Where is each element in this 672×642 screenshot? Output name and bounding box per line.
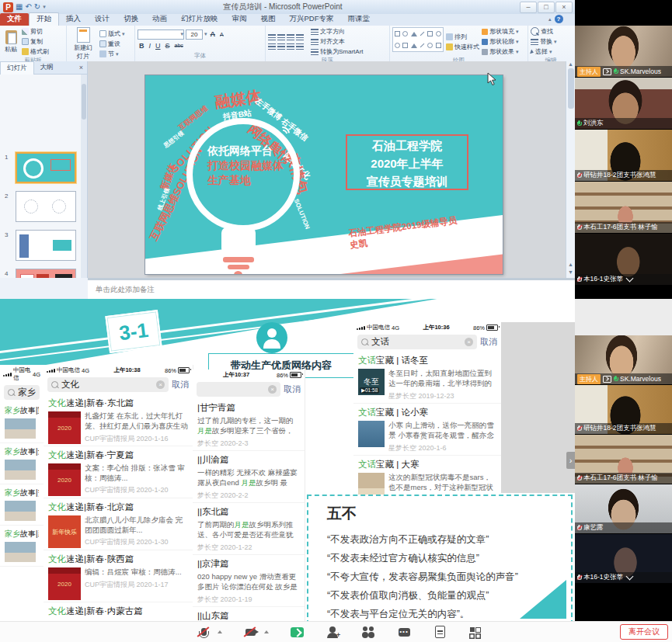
menu-tab[interactable]: 幻灯片放映 (174, 13, 225, 26)
arrange-button[interactable]: 排列 (446, 33, 479, 41)
shape-effects-button[interactable]: 形状效果▾ (482, 47, 519, 56)
search-result[interactable]: ||川渝篇 一样的精彩 无辣不欢 麻辣盛宴 露从夜白end 月是故乡明 最后，虽… (193, 451, 305, 503)
align-text-button[interactable]: 对齐文本 (311, 37, 364, 46)
select-button[interactable]: 选择▾ (531, 47, 557, 56)
cancel-button[interactable]: 取消 (480, 336, 497, 348)
participant-tile[interactable]: 本16-1史张莘 (575, 534, 672, 583)
menu-tab[interactable]: 审阅 (225, 13, 254, 26)
search-input[interactable]: 文化 (47, 377, 169, 392)
copy-button[interactable]: 复制 (22, 37, 49, 46)
ribbon-collapse-icon[interactable]: ▴ (548, 16, 552, 23)
participant-tile[interactable]: 研钻井18-2团支书张鸿慧 (575, 385, 672, 434)
panel-collapse-arrow[interactable]: › (566, 452, 575, 469)
new-slide-button[interactable]: 新建幻灯片 (69, 27, 97, 61)
add-participant-button[interactable] (325, 625, 340, 639)
minimize-button[interactable]: – (520, 2, 537, 13)
clear-search-icon[interactable] (156, 380, 165, 389)
layout-button[interactable] (468, 625, 483, 639)
paste-button[interactable]: 粘贴 (2, 27, 19, 56)
mic-options-icon[interactable] (218, 630, 222, 633)
shapes-gallery[interactable] (392, 27, 444, 52)
format-painter-button[interactable]: 格式刷 (22, 47, 49, 56)
search-input[interactable] (197, 382, 280, 397)
slide-editing-surface[interactable]: 融媒体抖音B站SOLUTION互联网思维思想引领网络舆情左手微博 右手微信网络文… (145, 75, 503, 274)
clear-search-icon[interactable] (268, 385, 277, 394)
section-button[interactable]: 节▾ (99, 50, 125, 58)
search-result[interactable]: 文化速递|新春·陕西篇 2020 编辑：吕煜宸 审核：周德涛... CUP宇宙情… (44, 550, 193, 602)
menu-tab[interactable]: 开始 (29, 12, 59, 26)
search-result[interactable]: 文话宝藏 | 话冬至 冬至▶01:58 冬至日时，太阳直射地面位置到达一年的最南… (353, 352, 501, 404)
scroll-up-icon[interactable]: ▲ (568, 61, 573, 67)
menu-tab[interactable]: 切换 (117, 13, 145, 26)
reset-button[interactable]: 重设 (99, 40, 125, 48)
search-result[interactable]: ||东北篇 了前两期的月是故乡明系列推送、各小可爱是否还有些意犹未尽，本期...… (193, 503, 305, 555)
previous-slide-icon[interactable]: ▲ (568, 262, 573, 267)
search-result[interactable]: 家乡故事|安 民 中 石 (0, 484, 44, 526)
search-input[interactable]: 文话 (357, 335, 477, 349)
panel-close-icon[interactable]: × (79, 64, 87, 71)
menu-tab[interactable]: 万兴PDF专家 (283, 13, 341, 26)
participant-tile[interactable]: 本石工17-6团支书 林子愉 (575, 182, 672, 233)
cancel-button[interactable]: 取消 (172, 379, 189, 390)
screen-share-button[interactable] (289, 625, 305, 639)
panel-scrollbar[interactable] (81, 75, 87, 278)
smartart-button[interactable]: 转换为SmartArt (311, 47, 364, 56)
indent-icon[interactable] (287, 34, 294, 40)
find-button[interactable]: 查找 (531, 27, 557, 36)
camera-muted-button[interactable] (242, 625, 258, 639)
quick-access-toolbar[interactable]: P ▦ ↶ ↻ ▾ (0, 2, 46, 12)
shape-outline-button[interactable]: 形状轮廓▾ (482, 37, 519, 46)
chevron-down-icon[interactable] (626, 275, 634, 283)
documents-button[interactable] (432, 625, 447, 639)
font-style-button[interactable]: I (148, 42, 153, 50)
shape-fill-button[interactable]: 形状填充▾ (482, 27, 519, 36)
redo-icon[interactable]: ↻ (34, 3, 40, 11)
participant-tile[interactable]: 本石工17-6团支书 林子愉 (575, 435, 672, 484)
menu-tab[interactable]: 动画 (145, 13, 174, 26)
search-result[interactable]: |甘宁青篇 过了前几期的专栏，这一期的月是故乡明迎来了三个省份，不知道这三个..… (193, 399, 305, 451)
participant-tile[interactable]: 主持人 SK.Marvelous (575, 26, 672, 77)
numbering-icon[interactable] (277, 34, 285, 40)
clear-search-icon[interactable] (465, 338, 473, 346)
participant-tile[interactable]: 主持人 SK.Marvelous (575, 335, 672, 384)
justify-icon[interactable] (296, 43, 304, 50)
search-result[interactable]: 文话宝藏 | 论小寒 小寒 向上滑动，送你一亮丽的雪景 小寒春赏百花冬观雪，醒亦… (353, 404, 501, 456)
undo-icon[interactable]: ↶ (25, 3, 31, 11)
next-slide-icon[interactable]: ▼ (568, 269, 573, 275)
shrink-font-icon[interactable]: A (218, 32, 225, 37)
search-result[interactable]: 家乡故事|辽 家 中 石 (0, 443, 44, 484)
line-spacing-icon[interactable] (296, 34, 304, 40)
search-result[interactable]: ||山东篇 至2019年9月，山东省辖16个地级市，共57个市辖区、27个县级市… (193, 607, 305, 621)
tab-slides[interactable]: 幻灯片 (0, 61, 34, 75)
font-style-button[interactable]: U (154, 42, 162, 50)
replace-button[interactable]: 替换▾ (531, 37, 557, 46)
tab-outline[interactable]: 大纲 (34, 61, 60, 74)
notes-pane[interactable]: 单击此处添加备注 (88, 278, 575, 299)
participants-button[interactable] (360, 625, 376, 639)
menu-tab[interactable]: 插入 (59, 13, 88, 26)
menu-tab[interactable]: 视图 (254, 13, 283, 26)
font-name-select[interactable]: ▾ (138, 29, 184, 40)
microphone-muted-button[interactable] (196, 625, 211, 639)
layout-button[interactable]: 版式▾ (99, 29, 125, 38)
save-icon[interactable]: ▦ (16, 3, 23, 11)
search-result[interactable]: 文化速递|新春·东北篇 2020 扎盏灯笼 在东北，过大年扎灯笼、挂红灯是人们最… (44, 394, 193, 446)
participant-tile[interactable]: 研钻井18-2团支书张鸿慧 (575, 130, 672, 181)
search-result[interactable]: 家乡故事|新 乐 东 石 (0, 526, 44, 567)
participant-tile[interactable]: 本16-1史张莘 (575, 234, 672, 285)
chat-button[interactable]: ••• (396, 625, 412, 639)
close-button[interactable]: × (555, 2, 573, 13)
chevron-down-icon[interactable] (626, 573, 634, 581)
help-icon[interactable]: ? (555, 15, 563, 23)
font-size-select[interactable]: 20 (186, 29, 203, 40)
align-left-icon[interactable] (268, 43, 276, 50)
quick-styles-button[interactable]: 快速样式 (446, 43, 479, 51)
menu-tab[interactable]: 设计 (88, 13, 117, 26)
font-style-button[interactable]: S (164, 42, 172, 50)
participant-tile[interactable]: 刘洪东 (575, 78, 672, 129)
participant-tile[interactable]: 康艺露 (575, 484, 672, 533)
cut-button[interactable]: 剪切 (22, 27, 49, 36)
slide-thumbnail-1[interactable] (16, 152, 76, 183)
search-result[interactable]: ||京津篇 020 happy new ye 滑动查看更多图片 论你漂泊在何处 … (193, 555, 305, 607)
maximize-button[interactable]: □ (538, 2, 555, 13)
